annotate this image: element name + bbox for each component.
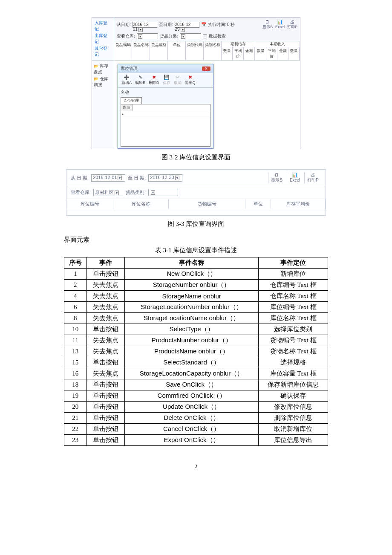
from-date-input[interactable]: 2016-12-01 bbox=[91, 174, 125, 182]
table-row: 18单击按钮Save OnClick（）保存新增库位信息 bbox=[64, 379, 328, 390]
warehouse-select[interactable]: 原材料区 bbox=[93, 189, 123, 196]
table-cell: SelectStandard（） bbox=[125, 357, 259, 368]
toolbar-icon: 🖨 bbox=[287, 19, 297, 24]
table-header: 序号 bbox=[64, 257, 87, 269]
table-cell: StorageName onblur bbox=[125, 291, 259, 302]
to-date-label: 至日期: bbox=[159, 22, 173, 28]
toolbar-icon: 🖨 bbox=[307, 172, 319, 177]
dialog-button[interactable]: ✖退出Q bbox=[185, 75, 196, 86]
table-cell: 1 bbox=[64, 269, 87, 280]
table-cell: 库位名称 Text 框 bbox=[259, 313, 328, 324]
dialog-tab[interactable]: 库位管理 bbox=[121, 97, 142, 104]
section-title: 界面元素 bbox=[64, 236, 328, 244]
table-cell: 15 bbox=[64, 357, 87, 368]
column-header: 数量 bbox=[222, 47, 233, 60]
table-row: 1单击按钮New OnClick（）新增库位 bbox=[64, 269, 328, 280]
from-date-input[interactable]: 2016-12-01 bbox=[133, 22, 157, 28]
table-cell: ProductsNumber onblur（） bbox=[125, 335, 259, 346]
storage-dialog: 库位管理 ✕ ➕新增A✎编辑E✖删除D💾保存✂取消✖退出Q 名称 库位管理 库位 bbox=[118, 64, 213, 149]
table-cell: 失去焦点 bbox=[86, 291, 124, 302]
to-date-input[interactable]: 2016-12-29 bbox=[175, 22, 199, 28]
warehouse-label: 查看仓库: bbox=[117, 33, 135, 39]
dialog-button[interactable]: ✂取消 bbox=[174, 75, 182, 86]
table-3-1-caption: 表 3-1 库位信息设置事件描述 bbox=[64, 246, 328, 254]
table-cell: Save OnClick（） bbox=[125, 379, 259, 390]
table-cell: 单击按钮 bbox=[86, 357, 124, 368]
table-row: 15单击按钮SelectStandard（）选择规格 bbox=[64, 357, 328, 368]
button-icon: ➕ bbox=[121, 75, 132, 80]
table-cell: 2 bbox=[64, 280, 87, 291]
table-cell: 保存新增库位信息 bbox=[259, 379, 328, 390]
table-row: 11失去焦点ProductsNumber onblur（）货物编号 Text 框 bbox=[64, 335, 328, 346]
toolbar-button[interactable]: 📊Excel bbox=[287, 172, 303, 183]
warehouse-label: 查看仓库: bbox=[71, 189, 91, 196]
toolbar-button[interactable]: 🗒显示S bbox=[268, 172, 285, 183]
column-header: 金额 bbox=[244, 47, 255, 60]
column-header: 类别名称 bbox=[204, 41, 222, 60]
table-cell: Commfired OnClick（） bbox=[125, 390, 259, 402]
dialog-button[interactable]: ✎编辑E bbox=[135, 75, 145, 86]
category-label: 货品分类: bbox=[160, 33, 178, 39]
column-header: 数量 bbox=[288, 47, 300, 60]
table-cell: 失去焦点 bbox=[86, 346, 124, 357]
table-cell: 取消新增库位 bbox=[259, 424, 328, 435]
button-icon: ✂ bbox=[174, 75, 182, 80]
table-cell: 单击按钮 bbox=[86, 390, 124, 402]
table-row: 23单击按钮Export OnClick（）库位信息导出 bbox=[64, 435, 328, 446]
from-date-label: 从 日 期: bbox=[71, 175, 89, 181]
button-icon: 💾 bbox=[163, 75, 170, 80]
table-cell: 6 bbox=[64, 302, 87, 313]
table-cell: StorageLocationCapacity onblur（） bbox=[125, 368, 259, 379]
table-cell: 仓库编号 Text 框 bbox=[259, 280, 328, 291]
table-cell: Export OnClick（） bbox=[125, 435, 259, 446]
category-select[interactable] bbox=[180, 33, 201, 39]
table-cell: 失去焦点 bbox=[86, 280, 124, 291]
table-cell: 单击按钮 bbox=[86, 379, 124, 390]
sidebar-link[interactable]: 出库登记 bbox=[95, 33, 111, 45]
column-header: 货品编码 bbox=[114, 41, 132, 60]
events-table: 序号事件事件名称事件定位 1单击按钮New OnClick（）新增库位2失去焦点… bbox=[64, 257, 328, 446]
toolbar-icon: 📊 bbox=[275, 19, 285, 25]
table-cell: 21 bbox=[64, 413, 87, 424]
checkbox-icon[interactable] bbox=[203, 34, 207, 38]
category-select[interactable] bbox=[148, 189, 178, 196]
table-cell: 单击按钮 bbox=[86, 269, 124, 280]
sidebar-folder[interactable]: 仓库调拨 bbox=[94, 76, 112, 88]
sidebar-link[interactable]: 入库登记 bbox=[95, 20, 111, 32]
column-group: 本期收入 bbox=[255, 41, 300, 47]
dialog-button[interactable]: ➕新增A bbox=[121, 75, 132, 86]
sidebar-link[interactable]: 其它登记 bbox=[95, 46, 111, 58]
grid-row[interactable] bbox=[121, 111, 210, 116]
table-cell: 修改库位信息 bbox=[259, 402, 328, 413]
column-header: 平均价 bbox=[266, 47, 277, 60]
toolbar-button[interactable]: 📊Excel bbox=[275, 19, 285, 30]
sidebar-folder[interactable]: 库存盘点 bbox=[94, 63, 112, 75]
toolbar-button[interactable]: 🖨打印P bbox=[304, 172, 321, 183]
table-cell: 货物名称 Text 框 bbox=[259, 346, 328, 357]
table-cell: StorageNumber onblur（） bbox=[125, 280, 259, 291]
table-row: 10单击按钮SelectType（）选择库位类别 bbox=[64, 324, 328, 335]
toolbar-button[interactable]: 🗒显示S bbox=[262, 19, 273, 30]
table-cell: 单击按钮 bbox=[86, 435, 124, 446]
table-cell: 单击按钮 bbox=[86, 402, 124, 413]
table-cell: 10 bbox=[64, 324, 87, 335]
table-cell: 选择规格 bbox=[259, 357, 328, 368]
dialog-button[interactable]: 💾保存 bbox=[163, 75, 170, 86]
table-cell: 11 bbox=[64, 335, 87, 346]
table-cell: 22 bbox=[64, 424, 87, 435]
toolbar-button[interactable]: 🖨打印P bbox=[287, 19, 297, 30]
table-cell: 货物编号 Text 框 bbox=[259, 335, 328, 346]
table-cell: StorageLocationNumber onblur（） bbox=[125, 302, 259, 313]
table-cell: Update OnClick（） bbox=[125, 402, 259, 413]
table-row: 2失去焦点StorageNumber onblur（）仓库编号 Text 框 bbox=[64, 280, 328, 291]
to-date-input[interactable]: 2016-12-30 bbox=[148, 174, 182, 182]
dialog-button[interactable]: ✖删除D bbox=[149, 75, 159, 86]
column-header: 单位 bbox=[168, 41, 186, 60]
column-header: 单位 bbox=[245, 199, 271, 209]
warehouse-select[interactable] bbox=[137, 33, 158, 39]
table-cell: 单击按钮 bbox=[86, 424, 124, 435]
table-row: 6失去焦点StorageLocationNumber onblur（）库位编号 … bbox=[64, 302, 328, 313]
toolbar-icon: 📊 bbox=[290, 172, 300, 178]
close-icon[interactable]: ✕ bbox=[202, 66, 210, 71]
calendar-icon[interactable]: 📅 bbox=[201, 22, 206, 27]
